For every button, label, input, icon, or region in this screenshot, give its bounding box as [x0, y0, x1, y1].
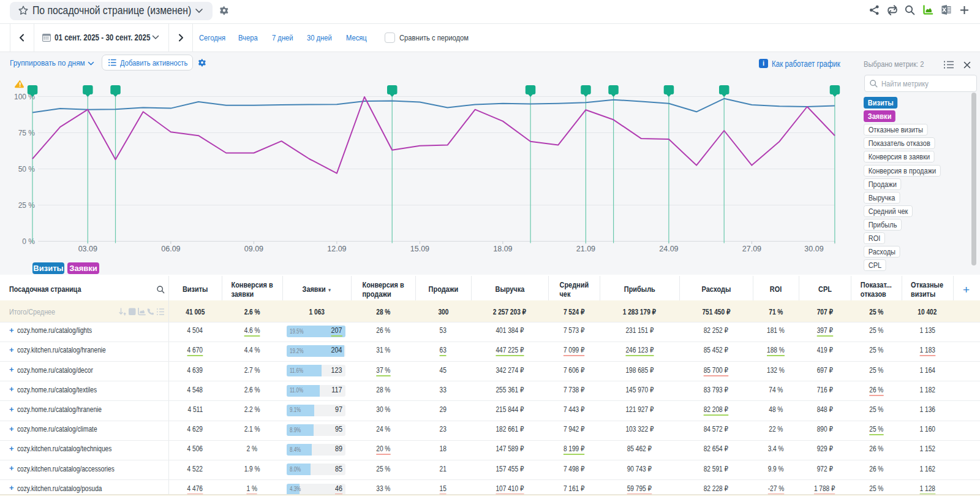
svg-text:24.09: 24.09 [659, 245, 678, 253]
svg-text:03.09: 03.09 [78, 245, 97, 253]
svg-text:12.09: 12.09 [327, 245, 346, 253]
svg-text:21.09: 21.09 [576, 245, 595, 253]
svg-text:09.09: 09.09 [244, 245, 263, 253]
svg-text:27.09: 27.09 [742, 245, 761, 253]
svg-text:0 %: 0 % [22, 237, 35, 246]
svg-text:06.09: 06.09 [161, 245, 180, 253]
svg-text:18.09: 18.09 [493, 245, 512, 253]
svg-text:30.09: 30.09 [804, 245, 823, 253]
svg-text:15.09: 15.09 [410, 245, 429, 253]
